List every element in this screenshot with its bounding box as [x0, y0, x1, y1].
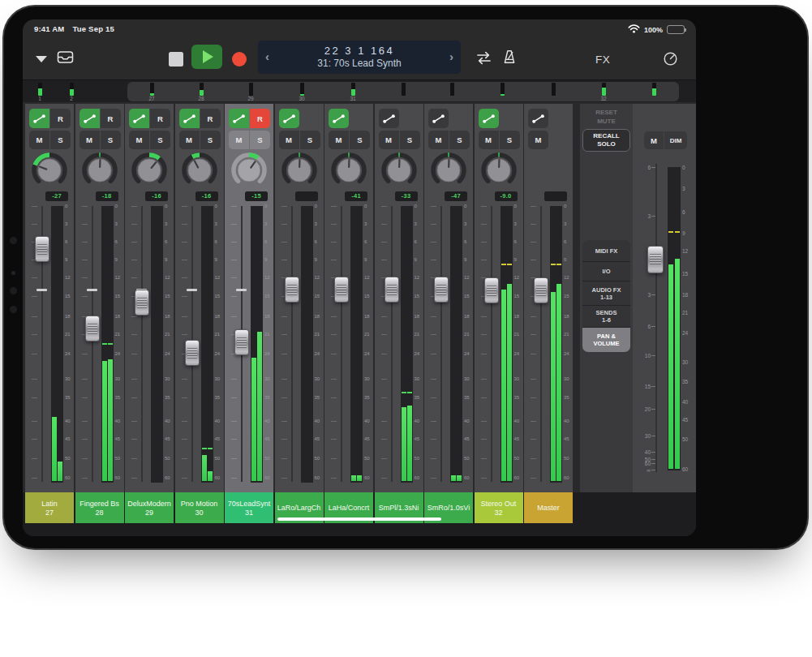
record-enable-button[interactable]: R	[250, 109, 270, 128]
tab-midi-fx[interactable]: MIDI FX	[582, 240, 630, 262]
solo-button[interactable]: S	[101, 131, 121, 149]
channel-strip-laro-largch[interactable]: MS 03691215182124303540455060	[275, 104, 324, 492]
master-dim-button[interactable]: DIM	[664, 131, 687, 149]
reset-mute-button[interactable]: RESET MUTE	[580, 108, 633, 126]
mute-button[interactable]: M	[379, 131, 399, 149]
mute-button[interactable]: M	[179, 131, 200, 149]
volume-fader-cap[interactable]	[135, 290, 149, 316]
library-tray-button[interactable]	[57, 50, 74, 64]
mute-button[interactable]: M	[528, 131, 548, 149]
level-meter	[450, 206, 462, 483]
solo-button[interactable]: S	[300, 131, 320, 149]
record-enable-button[interactable]: R	[101, 109, 121, 128]
automation-button[interactable]	[379, 109, 399, 128]
mute-button[interactable]: M	[428, 131, 449, 149]
mute-button[interactable]: M	[29, 131, 49, 149]
mute-button[interactable]: M	[329, 131, 349, 149]
solo-button[interactable]: S	[250, 131, 270, 149]
solo-button[interactable]: S	[449, 131, 470, 149]
metronome-button[interactable]	[502, 49, 517, 65]
mixer-settings-button[interactable]	[662, 50, 679, 67]
track-name-label[interactable]: DeluxModern29	[125, 492, 174, 523]
track-name-label[interactable]: Fingered Bs28	[75, 492, 124, 523]
record-enable-button[interactable]: R	[150, 109, 170, 128]
channel-strip-stereo-out[interactable]: MS -9.003691215182124303540455060	[475, 104, 523, 492]
track-name-label[interactable]: Stereo Out32	[475, 492, 523, 523]
tab-i-o[interactable]: I/O	[582, 262, 630, 281]
channel-strip-smro-1-0svi[interactable]: MS -4703691215182124303540455060	[424, 104, 473, 492]
mute-button[interactable]: M	[129, 131, 149, 149]
track-name-label[interactable]: 70sLeadSynt31	[225, 492, 273, 523]
pan-knob[interactable]	[281, 152, 318, 189]
automation-button[interactable]	[229, 109, 249, 128]
tab-audio-fx-1-13[interactable]: AUDIO FX1-13	[582, 281, 630, 306]
horizontal-scrollbar[interactable]	[277, 517, 441, 521]
record-enable-button[interactable]: R	[50, 109, 71, 128]
pan-knob[interactable]	[430, 152, 467, 189]
pan-knob[interactable]	[330, 152, 367, 189]
fader-unity-mark	[87, 289, 97, 291]
channel-strip-70sleadsynt[interactable]: RMS -1503691215182124303540455060	[225, 104, 273, 492]
volume-fader-cap[interactable]	[434, 277, 449, 303]
automation-button[interactable]	[428, 109, 449, 128]
channel-strip-laha-concrt[interactable]: MS -4103691215182124303540455060	[324, 104, 373, 492]
volume-fader-cap[interactable]	[484, 277, 499, 303]
pan-knob[interactable]	[81, 152, 118, 189]
channel-strip-latin[interactable]: RMS -2703691215182124303540455060	[25, 104, 74, 492]
pan-knob[interactable]	[380, 152, 418, 189]
mute-button[interactable]: M	[479, 131, 499, 149]
track-name-label[interactable]: Pno Motion30	[175, 492, 224, 523]
mute-button[interactable]: M	[79, 131, 100, 149]
solo-button[interactable]: S	[150, 131, 170, 149]
tab-sends-1-6[interactable]: SENDS1-6	[582, 306, 630, 328]
channel-strip-pno-motion[interactable]: RMS -1603691215182124303540455060	[175, 104, 224, 492]
automation-button[interactable]	[329, 109, 349, 128]
channel-strip-fingered-bs[interactable]: RMS -1803691215182124303540455060	[75, 104, 124, 492]
stop-button[interactable]	[169, 52, 183, 67]
track-name-label[interactable]: Latin27	[25, 492, 74, 523]
volume-fader-cap[interactable]	[385, 277, 399, 303]
volume-fader-cap[interactable]	[534, 277, 548, 303]
channel-strip-deluxmodern[interactable]: RMS -1603691215182124303540455060	[125, 104, 174, 492]
tab-pan-volume[interactable]: PAN &VOLUME	[582, 328, 630, 352]
automation-button[interactable]	[129, 109, 149, 128]
volume-fader-cap[interactable]	[185, 340, 200, 366]
lcd-display[interactable]: ‹ › 22 3 1 164 31: 70s Lead Synth	[258, 41, 461, 74]
channel-strip-smpl-1-3sni[interactable]: MS -3303691215182124303540455060	[375, 104, 423, 492]
automation-button[interactable]	[29, 109, 49, 128]
play-button[interactable]	[191, 45, 222, 69]
automation-button[interactable]	[528, 109, 548, 128]
master-mute-button[interactable]: M	[644, 131, 664, 149]
cycle-button[interactable]	[474, 51, 494, 65]
automation-button[interactable]	[79, 109, 100, 128]
volume-fader-cap[interactable]	[85, 316, 100, 341]
record-button[interactable]	[232, 52, 247, 67]
pan-knob[interactable]	[181, 152, 218, 189]
solo-button[interactable]: S	[400, 131, 420, 149]
solo-button[interactable]: S	[50, 131, 71, 149]
pan-knob[interactable]	[230, 152, 268, 189]
automation-button[interactable]	[179, 109, 200, 128]
volume-fader-cap[interactable]	[285, 277, 299, 303]
view-disclosure-button[interactable]	[36, 56, 47, 62]
automation-button[interactable]	[479, 109, 499, 128]
volume-fader-cap[interactable]	[35, 236, 49, 262]
meter-scale-label: 24	[165, 351, 170, 356]
mute-button[interactable]: M	[279, 131, 299, 149]
record-enable-button[interactable]: R	[200, 109, 221, 128]
pan-knob[interactable]	[31, 152, 68, 189]
channel-strip-master[interactable]: M03691215182124303540455060	[524, 104, 573, 492]
volume-fader-cap[interactable]	[334, 277, 349, 303]
pan-knob[interactable]	[131, 152, 168, 189]
master-fader-cap[interactable]	[647, 246, 664, 273]
pan-knob[interactable]	[480, 152, 518, 189]
volume-fader-cap[interactable]	[234, 329, 249, 355]
recall-solo-button[interactable]: RECALL SOLO	[582, 129, 630, 152]
track-name-label[interactable]: Master	[524, 492, 573, 523]
solo-button[interactable]: S	[350, 131, 370, 149]
mute-button[interactable]: M	[229, 131, 249, 149]
solo-button[interactable]: S	[200, 131, 221, 149]
fx-button[interactable]: FX	[595, 54, 610, 66]
solo-button[interactable]: S	[500, 131, 520, 149]
automation-button[interactable]	[279, 109, 299, 128]
